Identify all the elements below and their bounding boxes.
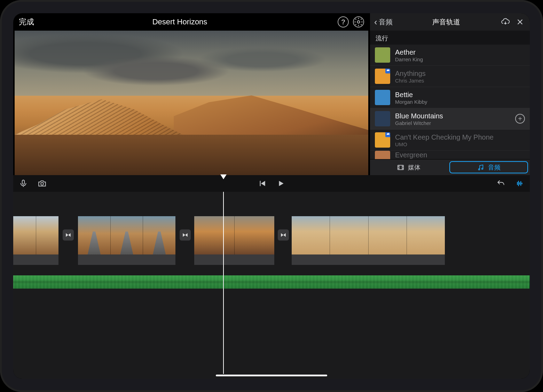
track-list[interactable]: AetherDarren KingAnythingsChris JamesBet… bbox=[370, 45, 530, 159]
track-meta: Blue MountainsGabriel Witcher bbox=[395, 112, 510, 126]
tab-audio-label: 音频 bbox=[488, 163, 501, 172]
track-meta: Evergreen bbox=[395, 151, 525, 159]
video-clip[interactable] bbox=[194, 216, 274, 254]
transition-button[interactable] bbox=[63, 229, 74, 241]
track-artist: Gabriel Witcher bbox=[395, 120, 510, 126]
video-clip[interactable] bbox=[78, 216, 175, 254]
tab-media[interactable]: 媒体 bbox=[370, 159, 448, 175]
track-thumbnail bbox=[375, 47, 390, 63]
track-artist: Morgan Kibby bbox=[395, 99, 525, 105]
track-row[interactable]: Blue MountainsGabriel Witcher+ bbox=[370, 108, 530, 130]
track-title: Anythings bbox=[395, 69, 525, 78]
skip-back-icon[interactable] bbox=[258, 179, 267, 188]
home-indicator[interactable] bbox=[216, 375, 327, 376]
video-viewer[interactable] bbox=[15, 31, 368, 175]
playhead[interactable] bbox=[223, 192, 224, 374]
section-label: 流行 bbox=[370, 31, 530, 45]
video-track[interactable] bbox=[13, 216, 530, 265]
track-row[interactable]: Evergreen bbox=[370, 151, 530, 159]
track-artist: Chris James bbox=[395, 78, 525, 84]
video-clip[interactable] bbox=[13, 216, 58, 254]
timeline-toolbar bbox=[13, 175, 530, 192]
track-title: Aether bbox=[395, 48, 525, 56]
chevron-left-icon: ‹ bbox=[374, 17, 377, 26]
timeline[interactable] bbox=[13, 192, 530, 379]
app-screen: 完成 Desert Horizons ? bbox=[13, 13, 530, 379]
project-title: Desert Horizons bbox=[26, 17, 333, 26]
cloud-badge-icon bbox=[385, 69, 390, 73]
track-title: Evergreen bbox=[395, 151, 525, 159]
waveform-icon bbox=[13, 275, 530, 289]
playhead-marker-icon bbox=[220, 174, 227, 179]
track-artist: Darren King bbox=[395, 56, 525, 62]
camera-icon[interactable] bbox=[38, 179, 47, 188]
video-clip[interactable] bbox=[292, 216, 445, 254]
panel-tabs: 媒体 音频 bbox=[370, 159, 530, 175]
track-thumbnail bbox=[375, 90, 390, 105]
tab-media-label: 媒体 bbox=[408, 163, 420, 172]
track-meta: AnythingsChris James bbox=[395, 69, 525, 84]
track-artist: UMO bbox=[395, 141, 525, 147]
track-meta: BettieMorgan Kibby bbox=[395, 91, 525, 105]
media-browser-panel: ‹ 音频 声音轨道 流行 AetherDarren KingAnythingsC… bbox=[370, 13, 530, 175]
audio-track[interactable] bbox=[13, 275, 530, 289]
panel-title: 声音轨道 bbox=[396, 17, 496, 27]
panel-header: ‹ 音频 声音轨道 bbox=[370, 13, 530, 31]
track-thumbnail bbox=[375, 69, 390, 84]
help-icon[interactable]: ? bbox=[338, 16, 349, 28]
track-row[interactable]: AetherDarren King bbox=[370, 45, 530, 66]
track-title: Blue Mountains bbox=[395, 112, 510, 120]
track-row[interactable]: Can't Keep Checking My PhoneUMO bbox=[370, 130, 530, 151]
transition-button[interactable] bbox=[278, 229, 289, 241]
track-thumbnail bbox=[375, 132, 390, 148]
tab-audio[interactable]: 音频 bbox=[449, 161, 528, 173]
svg-point-3 bbox=[482, 168, 483, 169]
undo-icon[interactable] bbox=[496, 179, 505, 188]
track-row[interactable]: BettieMorgan Kibby bbox=[370, 87, 530, 108]
svg-rect-1 bbox=[398, 165, 404, 170]
track-thumbnail bbox=[375, 151, 390, 159]
track-meta: AetherDarren King bbox=[395, 48, 525, 62]
track-meta: Can't Keep Checking My PhoneUMO bbox=[395, 133, 525, 147]
ipad-frame: 完成 Desert Horizons ? bbox=[0, 0, 543, 392]
svg-rect-4 bbox=[22, 180, 25, 184]
waveform-toggle-icon[interactable] bbox=[515, 179, 524, 188]
cloud-badge-icon bbox=[385, 132, 390, 137]
svg-point-2 bbox=[478, 168, 480, 170]
gear-icon[interactable] bbox=[353, 16, 364, 28]
svg-point-5 bbox=[41, 182, 44, 185]
close-icon[interactable] bbox=[514, 16, 526, 28]
track-thumbnail bbox=[375, 111, 390, 126]
panel-back-button[interactable]: ‹ 音频 bbox=[374, 17, 393, 27]
track-title: Bettie bbox=[395, 91, 525, 99]
cloud-download-icon[interactable] bbox=[500, 16, 511, 28]
microphone-icon[interactable] bbox=[19, 179, 28, 188]
back-label: 音频 bbox=[379, 17, 393, 27]
track-row[interactable]: AnythingsChris James bbox=[370, 66, 530, 87]
play-icon[interactable] bbox=[276, 179, 285, 188]
add-track-button[interactable]: + bbox=[515, 114, 525, 124]
viewer-column: 完成 Desert Horizons ? bbox=[13, 13, 370, 175]
transition-button[interactable] bbox=[180, 229, 191, 241]
svg-point-0 bbox=[357, 21, 360, 23]
top-toolbar: 完成 Desert Horizons ? bbox=[13, 13, 370, 31]
track-title: Can't Keep Checking My Phone bbox=[395, 133, 525, 141]
